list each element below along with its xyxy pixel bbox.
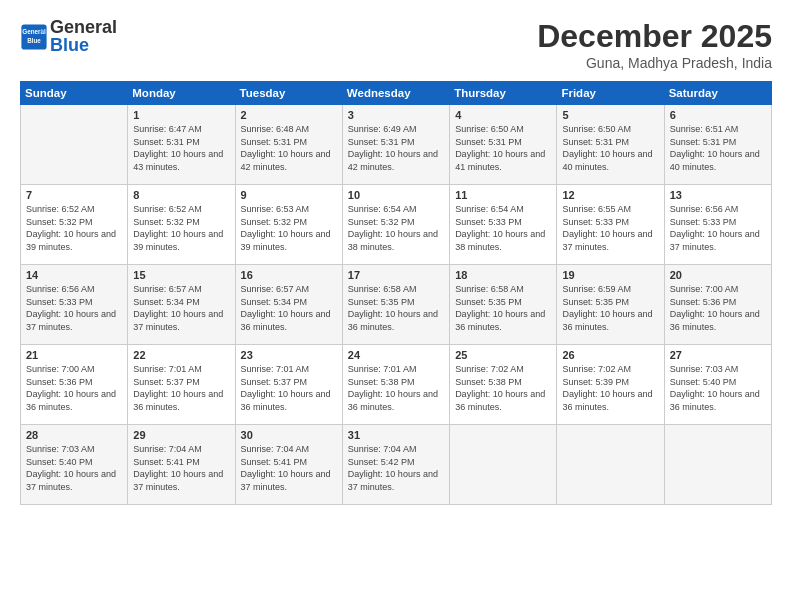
day-info: Sunrise: 6:52 AMSunset: 5:32 PMDaylight:… (133, 203, 229, 253)
day-cell: 8Sunrise: 6:52 AMSunset: 5:32 PMDaylight… (128, 185, 235, 265)
day-cell: 20Sunrise: 7:00 AMSunset: 5:36 PMDayligh… (664, 265, 771, 345)
day-number: 18 (455, 269, 551, 281)
day-number: 26 (562, 349, 658, 361)
day-cell: 11Sunrise: 6:54 AMSunset: 5:33 PMDayligh… (450, 185, 557, 265)
location-title: Guna, Madhya Pradesh, India (537, 55, 772, 71)
day-info: Sunrise: 6:47 AMSunset: 5:31 PMDaylight:… (133, 123, 229, 173)
day-cell: 27Sunrise: 7:03 AMSunset: 5:40 PMDayligh… (664, 345, 771, 425)
day-cell: 28Sunrise: 7:03 AMSunset: 5:40 PMDayligh… (21, 425, 128, 505)
day-number: 19 (562, 269, 658, 281)
day-cell: 23Sunrise: 7:01 AMSunset: 5:37 PMDayligh… (235, 345, 342, 425)
day-number: 16 (241, 269, 337, 281)
day-number: 5 (562, 109, 658, 121)
day-number: 10 (348, 189, 444, 201)
day-cell: 16Sunrise: 6:57 AMSunset: 5:34 PMDayligh… (235, 265, 342, 345)
title-block: December 2025 Guna, Madhya Pradesh, Indi… (537, 18, 772, 71)
header-cell-wednesday: Wednesday (342, 82, 449, 105)
day-info: Sunrise: 7:04 AMSunset: 5:41 PMDaylight:… (241, 443, 337, 493)
day-cell: 29Sunrise: 7:04 AMSunset: 5:41 PMDayligh… (128, 425, 235, 505)
day-number: 27 (670, 349, 766, 361)
day-number: 9 (241, 189, 337, 201)
day-number: 3 (348, 109, 444, 121)
day-cell: 17Sunrise: 6:58 AMSunset: 5:35 PMDayligh… (342, 265, 449, 345)
day-info: Sunrise: 7:02 AMSunset: 5:39 PMDaylight:… (562, 363, 658, 413)
day-info: Sunrise: 6:56 AMSunset: 5:33 PMDaylight:… (26, 283, 122, 333)
day-info: Sunrise: 7:01 AMSunset: 5:37 PMDaylight:… (133, 363, 229, 413)
header-cell-tuesday: Tuesday (235, 82, 342, 105)
day-cell: 25Sunrise: 7:02 AMSunset: 5:38 PMDayligh… (450, 345, 557, 425)
day-cell: 19Sunrise: 6:59 AMSunset: 5:35 PMDayligh… (557, 265, 664, 345)
day-cell (557, 425, 664, 505)
day-number: 24 (348, 349, 444, 361)
day-number: 15 (133, 269, 229, 281)
day-info: Sunrise: 6:48 AMSunset: 5:31 PMDaylight:… (241, 123, 337, 173)
day-number: 7 (26, 189, 122, 201)
day-number: 30 (241, 429, 337, 441)
calendar-table: SundayMondayTuesdayWednesdayThursdayFrid… (20, 81, 772, 505)
day-info: Sunrise: 7:04 AMSunset: 5:42 PMDaylight:… (348, 443, 444, 493)
day-info: Sunrise: 6:57 AMSunset: 5:34 PMDaylight:… (133, 283, 229, 333)
day-cell: 24Sunrise: 7:01 AMSunset: 5:38 PMDayligh… (342, 345, 449, 425)
day-cell (21, 105, 128, 185)
day-number: 23 (241, 349, 337, 361)
logo-text: General Blue (50, 18, 117, 56)
header-cell-friday: Friday (557, 82, 664, 105)
day-number: 4 (455, 109, 551, 121)
day-info: Sunrise: 6:50 AMSunset: 5:31 PMDaylight:… (455, 123, 551, 173)
day-cell: 10Sunrise: 6:54 AMSunset: 5:32 PMDayligh… (342, 185, 449, 265)
day-cell: 21Sunrise: 7:00 AMSunset: 5:36 PMDayligh… (21, 345, 128, 425)
day-number: 25 (455, 349, 551, 361)
day-cell: 6Sunrise: 6:51 AMSunset: 5:31 PMDaylight… (664, 105, 771, 185)
day-cell: 31Sunrise: 7:04 AMSunset: 5:42 PMDayligh… (342, 425, 449, 505)
day-info: Sunrise: 7:03 AMSunset: 5:40 PMDaylight:… (670, 363, 766, 413)
day-cell: 14Sunrise: 6:56 AMSunset: 5:33 PMDayligh… (21, 265, 128, 345)
day-info: Sunrise: 7:00 AMSunset: 5:36 PMDaylight:… (26, 363, 122, 413)
week-row-2: 7Sunrise: 6:52 AMSunset: 5:32 PMDaylight… (21, 185, 772, 265)
day-info: Sunrise: 7:01 AMSunset: 5:38 PMDaylight:… (348, 363, 444, 413)
page: General Blue General Blue December 2025 … (0, 0, 792, 612)
week-row-4: 21Sunrise: 7:00 AMSunset: 5:36 PMDayligh… (21, 345, 772, 425)
day-cell (450, 425, 557, 505)
day-cell: 4Sunrise: 6:50 AMSunset: 5:31 PMDaylight… (450, 105, 557, 185)
day-info: Sunrise: 6:53 AMSunset: 5:32 PMDaylight:… (241, 203, 337, 253)
day-number: 28 (26, 429, 122, 441)
day-cell: 1Sunrise: 6:47 AMSunset: 5:31 PMDaylight… (128, 105, 235, 185)
day-info: Sunrise: 7:01 AMSunset: 5:37 PMDaylight:… (241, 363, 337, 413)
day-info: Sunrise: 6:55 AMSunset: 5:33 PMDaylight:… (562, 203, 658, 253)
day-number: 2 (241, 109, 337, 121)
week-row-3: 14Sunrise: 6:56 AMSunset: 5:33 PMDayligh… (21, 265, 772, 345)
day-number: 6 (670, 109, 766, 121)
logo-line2: Blue (50, 36, 117, 56)
day-number: 22 (133, 349, 229, 361)
day-cell: 30Sunrise: 7:04 AMSunset: 5:41 PMDayligh… (235, 425, 342, 505)
day-number: 31 (348, 429, 444, 441)
day-info: Sunrise: 6:59 AMSunset: 5:35 PMDaylight:… (562, 283, 658, 333)
header-row: SundayMondayTuesdayWednesdayThursdayFrid… (21, 82, 772, 105)
day-number: 12 (562, 189, 658, 201)
day-number: 13 (670, 189, 766, 201)
week-row-1: 1Sunrise: 6:47 AMSunset: 5:31 PMDaylight… (21, 105, 772, 185)
day-info: Sunrise: 6:51 AMSunset: 5:31 PMDaylight:… (670, 123, 766, 173)
day-number: 17 (348, 269, 444, 281)
header-cell-thursday: Thursday (450, 82, 557, 105)
day-info: Sunrise: 7:00 AMSunset: 5:36 PMDaylight:… (670, 283, 766, 333)
day-cell: 2Sunrise: 6:48 AMSunset: 5:31 PMDaylight… (235, 105, 342, 185)
day-info: Sunrise: 6:56 AMSunset: 5:33 PMDaylight:… (670, 203, 766, 253)
day-cell: 5Sunrise: 6:50 AMSunset: 5:31 PMDaylight… (557, 105, 664, 185)
day-number: 20 (670, 269, 766, 281)
day-info: Sunrise: 6:58 AMSunset: 5:35 PMDaylight:… (348, 283, 444, 333)
day-number: 21 (26, 349, 122, 361)
header-cell-monday: Monday (128, 82, 235, 105)
day-cell: 26Sunrise: 7:02 AMSunset: 5:39 PMDayligh… (557, 345, 664, 425)
day-number: 29 (133, 429, 229, 441)
day-info: Sunrise: 6:58 AMSunset: 5:35 PMDaylight:… (455, 283, 551, 333)
month-title: December 2025 (537, 18, 772, 55)
day-info: Sunrise: 7:02 AMSunset: 5:38 PMDaylight:… (455, 363, 551, 413)
day-info: Sunrise: 6:54 AMSunset: 5:33 PMDaylight:… (455, 203, 551, 253)
day-cell: 12Sunrise: 6:55 AMSunset: 5:33 PMDayligh… (557, 185, 664, 265)
day-info: Sunrise: 7:03 AMSunset: 5:40 PMDaylight:… (26, 443, 122, 493)
day-info: Sunrise: 7:04 AMSunset: 5:41 PMDaylight:… (133, 443, 229, 493)
day-info: Sunrise: 6:54 AMSunset: 5:32 PMDaylight:… (348, 203, 444, 253)
day-cell (664, 425, 771, 505)
header: General Blue General Blue December 2025 … (20, 18, 772, 71)
